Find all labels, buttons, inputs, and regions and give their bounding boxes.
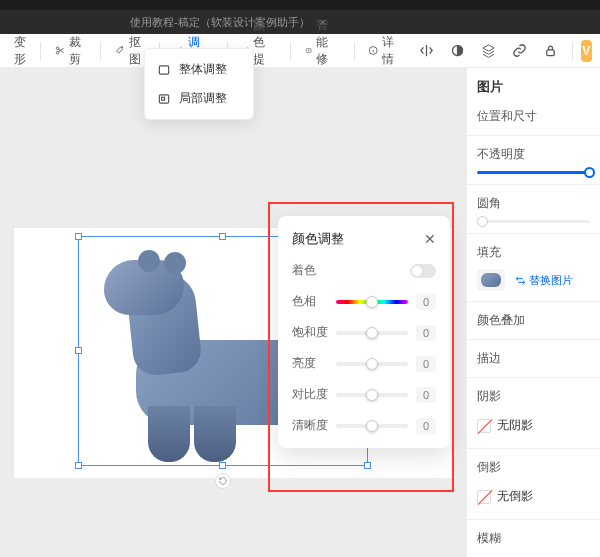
- fill-thumbnail[interactable]: [477, 269, 505, 291]
- transform-tool[interactable]: 变形: [8, 30, 32, 72]
- hue-slider[interactable]: [336, 300, 408, 304]
- sharpness-label: 清晰度: [292, 417, 328, 434]
- overall-label: 整体调整: [179, 61, 227, 78]
- swap-icon: [515, 275, 526, 286]
- magic-wand-icon: [114, 43, 124, 58]
- flip-h-tool[interactable]: [413, 39, 440, 62]
- toolbar: 变形 裁剪 抠图 调色 ▾ 颜色提取 智能修图 详情 V: [0, 34, 600, 68]
- contrast-value[interactable]: 0: [416, 387, 436, 403]
- details-label: 详情: [382, 34, 399, 68]
- overall-adjust-item[interactable]: 整体调整: [145, 55, 253, 84]
- pos-size-section[interactable]: 位置和尺寸: [477, 108, 590, 125]
- sharpness-value[interactable]: 0: [416, 418, 436, 434]
- no-reflection-label: 无倒影: [497, 488, 533, 505]
- details-tool[interactable]: 详情: [362, 30, 405, 72]
- rotate-icon: [218, 476, 228, 486]
- local-adjust-item[interactable]: 局部调整: [145, 84, 253, 113]
- opacity-section: 不透明度: [477, 146, 590, 163]
- brightness-label: 亮度: [292, 355, 328, 372]
- transform-label: 变形: [14, 34, 26, 68]
- saturation-label: 饱和度: [292, 324, 328, 341]
- replace-label: 替换图片: [529, 273, 573, 288]
- fill-section: 填充: [477, 244, 590, 261]
- user-avatar[interactable]: V: [581, 40, 592, 62]
- resize-handle-ml[interactable]: [75, 347, 82, 354]
- sharpness-slider[interactable]: [336, 424, 408, 428]
- tint-toggle[interactable]: [410, 264, 436, 278]
- resize-handle-bm[interactable]: [219, 462, 226, 469]
- hue-value[interactable]: 0: [416, 294, 436, 310]
- resize-handle-bl[interactable]: [75, 462, 82, 469]
- saturation-value[interactable]: 0: [416, 325, 436, 341]
- tint-row: 着色: [292, 262, 436, 279]
- layers-tool[interactable]: [475, 39, 502, 62]
- lock-tool[interactable]: [537, 39, 564, 62]
- blur-section: 模糊: [477, 530, 590, 547]
- tint-label: 着色: [292, 262, 328, 279]
- svg-rect-7: [547, 50, 555, 56]
- opacity-slider[interactable]: [477, 171, 590, 174]
- radius-section: 圆角: [477, 195, 590, 212]
- brightness-slider[interactable]: [336, 362, 408, 366]
- saturation-slider[interactable]: [336, 331, 408, 335]
- cutout-label: 抠图: [129, 34, 146, 68]
- hue-label: 色相: [292, 293, 328, 310]
- opacity-icon: [450, 43, 465, 58]
- resize-handle-tm[interactable]: [219, 233, 226, 240]
- document-tab[interactable]: 使用教程-稿定（软装设计案例助手） ×: [130, 15, 326, 30]
- tab-title: 使用教程-稿定（软装设计案例助手）: [130, 15, 310, 30]
- color-adjust-popup: 颜色调整 ✕ 着色 色相 0 饱和度 0 亮度 0: [278, 216, 450, 448]
- scissors-icon: [55, 43, 65, 58]
- rotate-handle[interactable]: [215, 473, 231, 489]
- popup-close-button[interactable]: ✕: [424, 231, 436, 247]
- lock-icon: [543, 43, 558, 58]
- none-swatch-icon: [477, 490, 491, 504]
- stroke-section[interactable]: 描边: [477, 350, 590, 367]
- crop-tool[interactable]: 裁剪: [49, 30, 92, 72]
- color-adjust-dropdown: 整体调整 局部调整: [144, 48, 254, 120]
- opacity-tool[interactable]: [444, 39, 471, 62]
- svg-rect-8: [159, 65, 168, 73]
- resize-handle-tl[interactable]: [75, 233, 82, 240]
- contrast-slider[interactable]: [336, 393, 408, 397]
- contrast-label: 对比度: [292, 386, 328, 403]
- no-shadow-label: 无阴影: [497, 417, 533, 434]
- sparkle-icon: [305, 43, 312, 58]
- shadow-section: 阴影: [477, 388, 590, 405]
- popup-title: 颜色调整: [292, 230, 344, 248]
- link-tool[interactable]: [506, 39, 533, 62]
- panel-title: 图片: [477, 78, 590, 96]
- brightness-value[interactable]: 0: [416, 356, 436, 372]
- reflection-chip[interactable]: 无倒影: [477, 484, 590, 509]
- canvas[interactable]: 颜色调整 ✕ 着色 色相 0 饱和度 0 亮度 0: [0, 68, 466, 557]
- shadow-chip[interactable]: 无阴影: [477, 413, 590, 438]
- crop-label: 裁剪: [69, 34, 86, 68]
- resize-handle-br[interactable]: [364, 462, 371, 469]
- link-icon: [512, 43, 527, 58]
- local-icon: [157, 92, 171, 106]
- properties-panel: 图片 位置和尺寸 不透明度 圆角 填充 替换图片 颜色叠加 描边 阴影 无阴影 …: [466, 68, 600, 557]
- flip-h-icon: [419, 43, 434, 58]
- svg-rect-10: [162, 97, 165, 100]
- color-overlay-section[interactable]: 颜色叠加: [477, 312, 590, 329]
- radius-slider[interactable]: [477, 220, 590, 223]
- overall-icon: [157, 63, 171, 77]
- reflection-section: 倒影: [477, 459, 590, 476]
- none-swatch-icon: [477, 419, 491, 433]
- layers-icon: [481, 43, 496, 58]
- local-label: 局部调整: [179, 90, 227, 107]
- replace-image-button[interactable]: 替换图片: [515, 273, 573, 288]
- info-icon: [368, 43, 378, 58]
